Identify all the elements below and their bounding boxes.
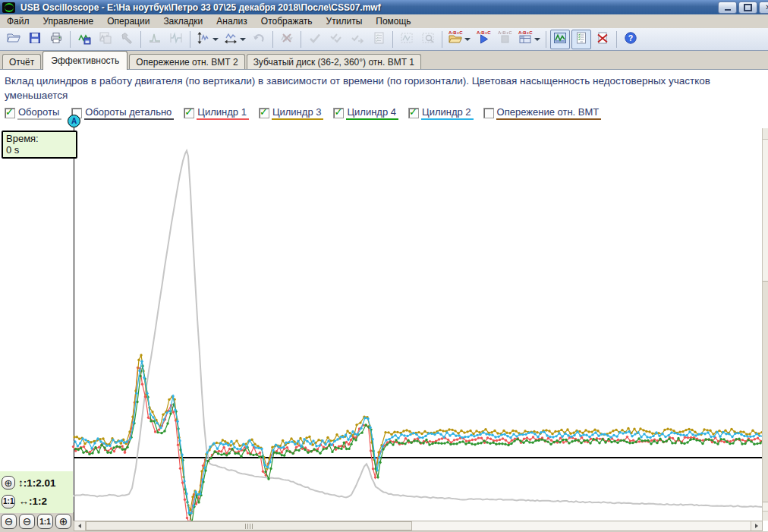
menu-файл[interactable]: Файл — [0, 15, 36, 28]
checked-checkbox[interactable]: ✓ — [5, 108, 15, 118]
checked-checkbox[interactable]: ✓ — [184, 108, 194, 118]
tab-0[interactable]: Отчёт — [2, 54, 41, 69]
vertical-zoom-button[interactable] — [194, 30, 220, 49]
open-button[interactable] — [4, 30, 24, 49]
script-options-button[interactable]: A:B+C — [516, 30, 542, 49]
scroll-left-arrow[interactable] — [74, 521, 86, 530]
double-check-icon — [329, 31, 343, 48]
title-bar[interactable]: USB Oscilloscope - E:\На ноутбук\Петро 3… — [0, 0, 768, 14]
dropdown-arrow-icon[interactable] — [212, 38, 219, 41]
printer-icon — [49, 31, 63, 48]
menu-управление[interactable]: Управление — [36, 15, 101, 28]
zoom-reset-button[interactable]: 1:1 — [37, 514, 53, 529]
legend-label[interactable]: Обороты — [17, 106, 61, 120]
abc-label: A:B+C — [518, 30, 533, 35]
zoom-out-fast-button[interactable]: ⊖ — [1, 514, 17, 529]
horizontal-scrollbar[interactable] — [74, 521, 763, 531]
time-caption: Время: — [6, 133, 73, 144]
restore-button[interactable] — [738, 2, 757, 14]
legend-label[interactable]: Обороты детально — [84, 106, 174, 120]
waveform-plot[interactable] — [0, 126, 768, 521]
checked-checkbox[interactable]: ✓ — [408, 108, 419, 118]
zoom-out-button[interactable]: ⊖ — [19, 514, 35, 529]
vertical-scrollbar-thumb[interactable] — [763, 281, 768, 502]
legend-item-3[interactable]: ✓Цилиндр 3 — [259, 106, 324, 120]
dropdown-arrow-icon[interactable] — [240, 38, 246, 41]
menu-утилиты[interactable]: Утилиты — [319, 15, 370, 28]
vertical-zoom-in-button[interactable]: ⊕ — [2, 476, 15, 490]
toolbar-separator — [70, 31, 71, 48]
wave-clamp-icon — [169, 31, 183, 48]
edit-wave-button — [117, 30, 137, 49]
legend-label[interactable]: Цилиндр 4 — [346, 106, 398, 120]
show-report-button[interactable] — [571, 30, 591, 49]
select-fragment-button — [397, 30, 417, 49]
tab-1[interactable]: Эффективность — [42, 51, 127, 70]
vertical-scale-value: ↕:1:2.01 — [18, 477, 56, 489]
h-scale-icon — [224, 31, 238, 48]
menu-помощь[interactable]: Помощь — [369, 15, 417, 28]
help-button[interactable]: ? — [621, 30, 641, 49]
double-check-2-icon — [351, 31, 364, 48]
horizontal-scrollbar-trough[interactable] — [412, 521, 751, 530]
close-button[interactable]: ✕ — [759, 2, 768, 14]
window-title: USB Oscilloscope - E:\На ноутбук\Петро 3… — [20, 2, 381, 13]
pulse-measure-button — [145, 30, 165, 49]
close-report-button[interactable] — [593, 30, 612, 49]
legend-item-1[interactable]: Обороты детально — [71, 106, 174, 120]
menu-анализ[interactable]: Анализ — [209, 15, 254, 28]
tab-3[interactable]: Зубчатый диск (36-2, 360°) отн. ВМТ 1 — [247, 54, 421, 69]
legend-item-0[interactable]: ✓Обороты — [5, 106, 61, 120]
legend-item-4[interactable]: ✓Цилиндр 4 — [333, 106, 398, 120]
toolbar-separator — [301, 31, 301, 48]
legend-label[interactable]: Опережение отн. ВМТ — [496, 106, 602, 120]
print-button[interactable] — [46, 30, 66, 49]
scroll-down-arrow[interactable] — [763, 511, 768, 521]
checked-checkbox[interactable]: ✓ — [259, 108, 269, 118]
application-window: USB Oscilloscope - E:\На ноутбук\Петро 3… — [0, 0, 768, 532]
horizontal-scrollbar-thumb[interactable] — [86, 521, 412, 530]
confirm-button — [305, 30, 325, 49]
menu-операции[interactable]: Операции — [100, 15, 156, 28]
wave-copy-icon — [99, 31, 112, 48]
zoom-in-button[interactable]: ⊕ — [55, 514, 71, 529]
v-scale-icon — [197, 31, 210, 48]
legend-label[interactable]: Цилиндр 3 — [272, 106, 324, 120]
report-description: Вклад цилиндров в работу двигателя (по в… — [0, 70, 758, 102]
report-list-icon — [574, 31, 588, 48]
series-legend: ✓ОборотыОбороты детально✓Цилиндр 1✓Цилин… — [5, 106, 601, 120]
menu-bar: ФайлУправлениеОперацииЗакладкиАнализОтоб… — [0, 14, 768, 28]
dropdown-arrow-icon[interactable] — [464, 38, 471, 41]
toolbar-separator — [442, 31, 442, 48]
svg-text:?: ? — [628, 33, 633, 42]
save-view-button[interactable] — [74, 30, 94, 49]
scroll-right-arrow[interactable] — [751, 521, 762, 530]
legend-label[interactable]: Цилиндр 1 — [197, 106, 249, 120]
cursor-a-marker[interactable]: A — [68, 115, 80, 127]
menu-закладки[interactable]: Закладки — [156, 15, 209, 28]
legend-item-6[interactable]: Опережение отн. ВМТ — [483, 106, 602, 120]
toolbar-separator — [272, 31, 273, 48]
checklist-icon — [372, 31, 386, 48]
checked-checkbox[interactable]: ✓ — [333, 108, 344, 118]
script-run-button[interactable]: A:B+C — [474, 30, 493, 49]
abc-label: A:B+C — [498, 30, 512, 35]
minimize-button[interactable] — [718, 2, 737, 14]
legend-item-5[interactable]: ✓Цилиндр 2 — [408, 106, 474, 120]
show-graph-button[interactable] — [550, 30, 570, 49]
menu-отображать[interactable]: Отображать — [254, 15, 319, 28]
wave-fit-button — [166, 30, 186, 49]
dropdown-arrow-icon[interactable] — [534, 38, 540, 41]
copy-view-button — [96, 30, 115, 49]
legend-item-2[interactable]: ✓Цилиндр 1 — [184, 106, 249, 120]
script-open-button[interactable]: A:B+C — [446, 30, 472, 49]
save-button[interactable] — [25, 30, 45, 49]
vertical-scrollbar[interactable] — [762, 128, 768, 521]
abc-stop-icon: A:B+C — [498, 31, 511, 48]
tab-2[interactable]: Опережение отн. ВМТ 2 — [129, 54, 244, 69]
scroll-up-arrow[interactable] — [763, 128, 768, 140]
legend-label[interactable]: Цилиндр 2 — [421, 106, 474, 120]
horizontal-zoom-button[interactable] — [222, 30, 247, 49]
vertical-scale-reset-button[interactable]: 1:1 — [2, 495, 15, 508]
unchecked-checkbox[interactable] — [483, 108, 494, 118]
